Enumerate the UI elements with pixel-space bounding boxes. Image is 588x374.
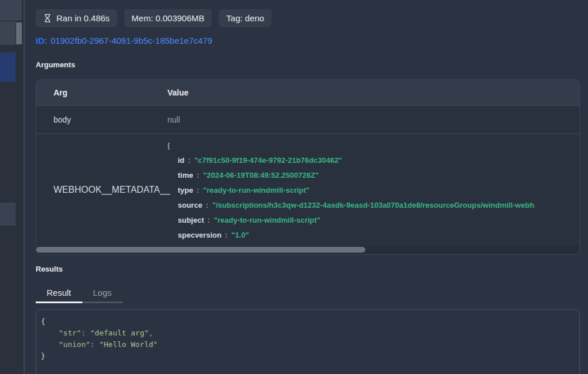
results-tabs: Result Logs [36,284,123,303]
json-entry-time: time:"2024-06-19T08:49:52.2500726Z" [167,168,579,183]
table-row-body-arg: body null [36,106,579,134]
tab-logs[interactable]: Logs [82,284,123,303]
run-tag-badge: Tag: deno [219,9,272,27]
json-separator: : [197,186,199,194]
run-tag-label: Tag: deno [226,13,264,23]
arg-name-body: body [36,115,167,124]
sidebar-scrollbar[interactable] [16,22,22,44]
json-value: "2024-06-19T08:49:52.2500726Z" [203,171,319,180]
result-json-box: { "str": "default arg", "union": "Hello … [36,309,580,374]
table-row-webhook-metadata: WEBHOOK__METADATA__ { id:"c7f91c50-9f19-… [36,134,579,246]
arg-name-webhook-metadata: WEBHOOK__METADATA__ [36,185,167,195]
json-value: "c7f91c50-9f19-474e-9792-21b76dc30462" [194,156,342,165]
run-memory-label: Mem: 0.003906MB [132,13,205,23]
json-key[interactable]: source [178,201,203,209]
json-separator: : [197,171,199,180]
json-value: "ready-to-run-windmill-script" [203,186,310,194]
arguments-table: Arg Value body null WEBHOOK__METADATA__ … [36,79,580,255]
result-separator: : [81,329,90,337]
webhook-metadata-json-viewer: { id:"c7f91c50-9f19-474e-9792-21b76dc304… [167,134,579,246]
run-stat-badges: Ran in 0.486s Mem: 0.003906MB Tag: deno [36,9,272,27]
value-column-header: Value [167,88,579,97]
json-open-brace: { [167,138,579,153]
json-entry-source: source:"/subscriptions/h3c3qw-d1232-4asd… [167,198,579,213]
sidebar-run-item[interactable] [0,21,16,45]
arguments-table-header: Arg Value [36,80,579,106]
sidebar-run-item-selected[interactable] [0,52,16,82]
json-value: "ready-to-run-windmill-script" [214,216,320,224]
json-separator: : [208,216,210,224]
job-id-line: ID:01902fb0-2967-4091-9b5c-185be1e7c479 [36,36,212,45]
arguments-section-title: Arguments [36,60,75,69]
result-key: "union" [59,340,90,349]
job-id-label: ID: [36,36,47,45]
job-id-value[interactable]: 01902fb0-2967-4091-9b5c-185be1e7c479 [51,36,212,45]
json-key[interactable]: subject [178,216,204,224]
arg-value-null: null [167,115,579,124]
runs-sidebar [0,0,24,374]
json-entry-subject: subject:"ready-to-run-windmill-script" [167,213,579,228]
run-duration-label: Ran in 0.486s [56,13,110,23]
result-comma: , [149,329,154,337]
json-value: "/subscriptions/h3c3qw-d1232-4asdk-9easd… [212,201,534,209]
json-key[interactable]: time [178,171,193,180]
json-key[interactable]: id [178,156,185,165]
job-run-detail-page: Ran in 0.486s Mem: 0.003906MB Tag: deno … [0,0,588,374]
json-entry-id: id:"c7f91c50-9f19-474e-9792-21b76dc30462… [167,153,579,168]
json-key[interactable]: specversion [178,231,222,239]
sidebar-divider [24,0,25,374]
arg-column-header: Arg [36,88,167,97]
result-line-str: "str": "default arg", [41,327,575,339]
result-line-union: "union": "Hello World" [41,339,575,350]
json-separator: : [206,201,208,209]
result-value: "Hello World" [99,340,158,349]
result-close-brace: } [41,350,575,362]
run-detail-main: Ran in 0.486s Mem: 0.003906MB Tag: deno … [36,0,580,374]
result-open-brace: { [41,316,575,327]
json-separator: : [225,231,227,239]
json-separator: : [188,156,190,165]
json-entry-specversion: specversion:"1.0" [167,228,579,243]
results-section-title: Results [36,265,63,273]
run-memory-badge: Mem: 0.003906MB [124,9,212,27]
hourglass-icon [43,14,52,22]
table-horizontal-scrollbar[interactable] [36,246,579,254]
sidebar-run-item[interactable] [0,203,16,226]
json-entry-type: type:"ready-to-run-windmill-script" [167,183,579,198]
json-value: "1.0" [231,231,249,239]
result-value: "default arg" [90,329,149,337]
result-separator: : [90,340,100,349]
result-key: "str" [59,329,81,337]
json-key[interactable]: type [178,186,193,194]
tab-result[interactable]: Result [36,284,82,303]
table-scrollbar-thumb[interactable] [36,247,365,253]
run-duration-badge: Ran in 0.486s [36,9,117,27]
sidebar-header-block [0,0,22,20]
